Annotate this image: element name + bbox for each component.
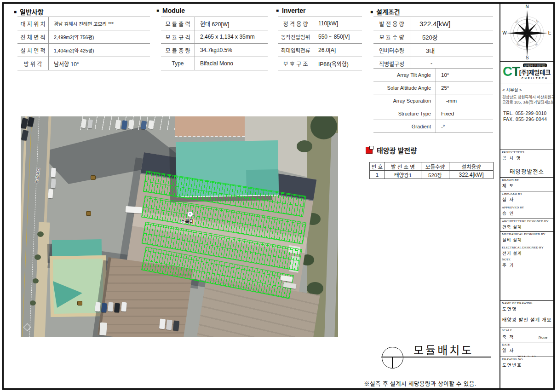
table-cell: 322.4[kW] bbox=[449, 171, 493, 179]
svg-text:W: W bbox=[502, 30, 507, 35]
car bbox=[51, 168, 56, 177]
design-table-lower: Array Tilt Angle10° Solar Altitude Angle… bbox=[373, 68, 493, 133]
bullet-square-icon: ■ bbox=[370, 9, 373, 14]
car bbox=[166, 319, 172, 330]
satellite-module-layout-map: 수목터 김해대로 bbox=[21, 116, 338, 337]
car bbox=[95, 302, 101, 312]
tan-lot bbox=[175, 116, 245, 137]
company-logo-section: CT (신재생에너지 전문기업) [주]제일테크 CHEILTECH bbox=[500, 61, 553, 83]
car bbox=[51, 179, 56, 188]
bush bbox=[30, 300, 36, 306]
car bbox=[114, 303, 120, 313]
map-poi-marker bbox=[77, 301, 82, 306]
table-row: Array Separation-mm bbox=[373, 94, 493, 107]
car bbox=[101, 303, 107, 313]
office-fax: FAX. 055-296-0044 bbox=[503, 117, 547, 122]
logo-badge: (신재생에너지 전문기업) bbox=[523, 63, 547, 67]
company-logo: CT (신재생에너지 전문기업) [주]제일테크 CHEILTECH bbox=[500, 61, 553, 80]
car bbox=[159, 318, 166, 329]
table-row: 전 체 면 적2,499m2(약 756평) bbox=[17, 30, 150, 43]
table-row: 모 듈 수 량520장 bbox=[373, 30, 493, 43]
car bbox=[173, 320, 179, 331]
titleblock-drawing-name: NAME OF DRAWING 도면명 태양광 발전 설계 개요 bbox=[500, 300, 553, 328]
svg-text:SW: SW bbox=[516, 42, 520, 47]
titleblock-checked-by: CHECKED BY 심 사 bbox=[500, 191, 553, 205]
bush bbox=[37, 231, 44, 237]
svg-text:NE: NE bbox=[535, 19, 540, 24]
bullet-square-icon: ■ bbox=[276, 8, 279, 13]
office-address-line2: 금강로 185, 3층(명가빌딩제2호청사) bbox=[502, 100, 553, 104]
table-cell: 태양광1 bbox=[385, 171, 421, 179]
company-name-en: CHEILTECH bbox=[522, 77, 548, 80]
table-cell: 520장 bbox=[421, 171, 449, 179]
office-info-section: < 사무실 > 경상남도 창원특례시 마산회원구금강로 185, 3층(명가빌딩… bbox=[500, 83, 553, 150]
car bbox=[48, 189, 53, 198]
section-title-design: ■설계조건 bbox=[370, 7, 400, 16]
map-site-label: 수목터 bbox=[181, 218, 194, 225]
column-header: 설치용량 bbox=[449, 162, 493, 171]
table-row: 인버터수량3대 bbox=[373, 43, 493, 57]
section-title-pv-output: 태양광 발전량 bbox=[366, 145, 417, 155]
titleblock-drawing-no: DRAWING NO 도면번호 bbox=[500, 357, 553, 372]
office-address-line1: 경상남도 창원특례시 마산회원구 bbox=[502, 95, 553, 99]
section-title-module: ■Module bbox=[156, 7, 185, 14]
bush bbox=[33, 278, 39, 283]
table-row: Gradient-° bbox=[373, 120, 493, 133]
svg-text:S: S bbox=[525, 55, 528, 60]
office-tel: TEL. 055-299-0010 bbox=[503, 111, 547, 116]
compass-section: N S E W NW NE SW SE bbox=[500, 4, 553, 62]
table-row: 모 듈 출 력현대 620[W] bbox=[161, 17, 268, 30]
map-poi-marker bbox=[91, 175, 96, 180]
table-row: 방 위 각남서향 10° bbox=[17, 57, 150, 70]
titleblock-architecture: ARCHITECTURE DESIGNED BY 건축 설계 bbox=[500, 219, 553, 232]
column-header: 발 전 소 명 bbox=[385, 162, 421, 171]
drawing-title: 모듈배치도 bbox=[413, 341, 473, 357]
scale-value: None bbox=[539, 335, 548, 340]
general-table: 대 지 위 치경남 김해시 진례면 고모리 *** 전 체 면 적2,499m2… bbox=[17, 17, 150, 70]
section-title-inverter: ■Inverter bbox=[276, 7, 305, 14]
tree bbox=[297, 140, 312, 152]
table-row: TypeBifacial Mono bbox=[161, 57, 268, 70]
compass-rose-icon: N S E W NW NE SW SE bbox=[501, 4, 553, 60]
titleblock-drawn-by: DRAWN BY 제 도 bbox=[500, 177, 553, 191]
office-heading: < 사무실 > bbox=[500, 83, 553, 93]
titleblock-date: DATE 일 자 2024. 3. 18. bbox=[500, 342, 553, 357]
svg-text:NW: NW bbox=[514, 19, 519, 23]
red-layer-icon bbox=[366, 147, 373, 154]
pv-output-table: 번 호 발 전 소 명 모듈수량 설치용량 1 태양광1 520장 322.4[… bbox=[369, 162, 494, 179]
table-row: Array Tilt Angle10° bbox=[373, 68, 493, 81]
bush bbox=[34, 254, 41, 260]
table-row: 대 지 위 치경남 김해시 진례면 고모리 *** bbox=[17, 17, 150, 30]
titleblock-note: NOTE 주 기 bbox=[500, 257, 553, 301]
titleblock-electrical: ELECTRICAL DESIGNED BY 전기 설계 bbox=[500, 245, 553, 257]
table-row: 최대입력전류26.0[A] bbox=[278, 43, 362, 57]
drawing-sheet: ■일반사항 대 지 위 치경남 김해시 진례면 고모리 *** 전 체 면 적2… bbox=[0, 0, 557, 392]
inverter-table: 정 격 용 량110[kW] 동작전압범위550 ~ 850[V] 최대입력전류… bbox=[278, 17, 362, 70]
table-row: 모 듈 규 격2,465 x 1,134 x 35mm bbox=[161, 30, 268, 43]
table-row: Structure TypeFixed bbox=[373, 107, 493, 120]
titleblock-project: PROJECT TITEL 공 사 명 태양광발전소 bbox=[500, 150, 553, 178]
titleblock-mechanical: MECHANICAL DESIGNED BY 설비 설계 bbox=[500, 231, 553, 245]
company-name: [주]제일테크 bbox=[519, 68, 551, 76]
column-header: 모듈수량 bbox=[421, 162, 449, 171]
table-row: 발 전 용 량322.4[kW] bbox=[373, 17, 493, 30]
table-cell: 1 bbox=[370, 171, 385, 179]
titleblock-scale: SCALE 축 척 None bbox=[500, 328, 553, 342]
truck bbox=[126, 206, 143, 213]
titleblock-approved-by: APPROVED BY 승 인 bbox=[500, 205, 553, 219]
bullet-square-icon: ■ bbox=[14, 9, 17, 14]
car bbox=[108, 302, 114, 312]
table-row: 보 호 구 조IP66(옥외형) bbox=[278, 57, 362, 70]
truck bbox=[99, 323, 107, 336]
table-row: 정 격 용 량110[kW] bbox=[278, 17, 362, 30]
footnote: ※실측 후 설계시 해당용량과 상이할 수 있음. bbox=[364, 379, 477, 388]
table-row: Solar Altitude Angle25° bbox=[373, 81, 493, 94]
svg-text:N: N bbox=[525, 4, 528, 9]
table-row: 동작전압범위550 ~ 850[V] bbox=[278, 30, 362, 43]
svg-text:E: E bbox=[548, 30, 551, 35]
bullet-square-icon: ■ bbox=[156, 8, 159, 13]
map-poi-icon bbox=[187, 211, 193, 217]
drawing-name-value: 태양광 발전 설계 개요 bbox=[500, 316, 553, 323]
drawing-title-symbol-divider bbox=[392, 357, 393, 368]
ct-logo-icon: CT bbox=[503, 65, 517, 78]
